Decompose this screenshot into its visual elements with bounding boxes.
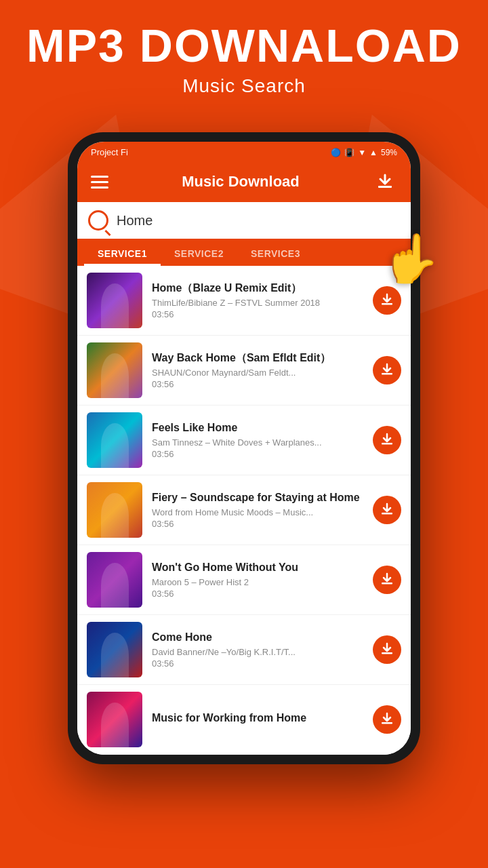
song-duration: 03:56 bbox=[152, 589, 363, 599]
song-artist: David Banner/Ne –Yo/Big K.R.I.T/T... bbox=[152, 647, 363, 657]
download-icon bbox=[380, 433, 394, 448]
download-icon bbox=[380, 293, 394, 309]
song-title: Home（Blaze U Remix Edit） bbox=[152, 281, 363, 296]
song-duration: 03:56 bbox=[152, 658, 363, 669]
song-item: Home（Blaze U Remix Edit） ThimLife/Bibian… bbox=[77, 266, 411, 336]
song-info: Home（Blaze U Remix Edit） ThimLife/Bibian… bbox=[152, 281, 363, 320]
cursor-hand-icon: 👆 bbox=[382, 231, 441, 286]
song-title: Won't Go Home Without You bbox=[152, 561, 363, 575]
song-list: Home（Blaze U Remix Edit） ThimLife/Bibian… bbox=[77, 266, 411, 755]
song-title: Way Back Home（Sam Efldt Edit） bbox=[152, 351, 363, 366]
phone-frame: Project Fi 🔵 📳 ▼ ▲ 59% Music Download bbox=[68, 132, 420, 764]
song-artist: Maroon 5 – Power Hist 2 bbox=[152, 577, 363, 587]
song-duration: 03:56 bbox=[152, 309, 363, 319]
tab-service2[interactable]: SERVICE2 bbox=[161, 239, 237, 266]
app-bar: Music Download bbox=[77, 161, 411, 202]
download-header-button[interactable] bbox=[373, 170, 397, 194]
song-duration: 03:56 bbox=[152, 449, 363, 459]
header-subtitle: Music Search bbox=[0, 75, 488, 97]
vibrate-icon: 📳 bbox=[344, 148, 354, 157]
svg-rect-0 bbox=[378, 186, 392, 188]
battery-text: 59% bbox=[381, 148, 397, 157]
phone-wrapper: Project Fi 🔵 📳 ▼ ▲ 59% Music Download bbox=[68, 132, 420, 764]
song-title: Feels Like Home bbox=[152, 421, 363, 435]
song-item: Feels Like Home Sam Tinnesz – White Dove… bbox=[77, 406, 411, 475]
song-download-button[interactable] bbox=[373, 426, 401, 454]
search-bar[interactable]: Home bbox=[77, 202, 411, 239]
song-artist: ThimLife/Bibiane Z – FSTVL Summer 2018 bbox=[152, 298, 363, 308]
carrier-text: Project Fi bbox=[91, 147, 128, 157]
header-section: MP3 DOWNALOAD Music Search bbox=[0, 0, 488, 97]
song-item: Way Back Home（Sam Efldt Edit） SHAUN/Cono… bbox=[77, 336, 411, 406]
song-artist: Sam Tinnesz – White Doves + Warplanes... bbox=[152, 437, 363, 448]
song-download-button[interactable] bbox=[373, 496, 401, 524]
song-info: Come Hone David Banner/Ne –Yo/Big K.R.I.… bbox=[152, 631, 363, 669]
tab-service3[interactable]: SERVICE3 bbox=[237, 239, 314, 266]
song-duration: 03:56 bbox=[152, 379, 363, 389]
song-artist: Word from Home Music Moods – Music... bbox=[152, 507, 363, 517]
wifi-icon: ▼ bbox=[358, 148, 366, 157]
song-artist: SHAUN/Conor Maynard/Sam Feldt... bbox=[152, 368, 363, 378]
song-thumbnail bbox=[87, 412, 142, 468]
song-title: Come Hone bbox=[152, 631, 363, 645]
download-icon bbox=[380, 572, 394, 588]
song-download-button[interactable] bbox=[373, 566, 401, 594]
svg-rect-4 bbox=[382, 513, 392, 515]
song-download-button[interactable] bbox=[373, 635, 401, 664]
svg-rect-5 bbox=[382, 583, 392, 585]
tab-service1[interactable]: SERVICE1 bbox=[84, 239, 161, 266]
status-icons: 🔵 📳 ▼ ▲ 59% bbox=[331, 148, 397, 157]
download-icon bbox=[380, 712, 394, 728]
song-info: Music for Working from Home bbox=[152, 711, 363, 728]
song-item: Come Hone David Banner/Ne –Yo/Big K.R.I.… bbox=[77, 615, 411, 685]
song-thumbnail bbox=[87, 552, 142, 608]
svg-rect-2 bbox=[382, 373, 392, 375]
song-thumbnail bbox=[87, 273, 142, 328]
song-info: Won't Go Home Without You Maroon 5 – Pow… bbox=[152, 561, 363, 599]
song-duration: 03:56 bbox=[152, 519, 363, 529]
svg-rect-6 bbox=[382, 652, 392, 654]
svg-rect-3 bbox=[382, 443, 392, 445]
song-info: Fiery – Soundscape for Staying at Home W… bbox=[152, 491, 363, 530]
song-thumbnail bbox=[87, 622, 142, 677]
download-icon bbox=[380, 502, 394, 518]
search-icon bbox=[88, 210, 108, 231]
header-title: MP3 DOWNALOAD bbox=[0, 20, 488, 71]
signal-icon: ▲ bbox=[369, 148, 378, 157]
bluetooth-icon: 🔵 bbox=[331, 148, 341, 157]
tabs-bar: SERVICE1 SERVICE2 SERVICE3 bbox=[77, 239, 411, 266]
search-input[interactable]: Home bbox=[117, 213, 400, 229]
song-title: Music for Working from Home bbox=[152, 711, 363, 726]
app-title: Music Download bbox=[182, 173, 300, 191]
phone-screen: Project Fi 🔵 📳 ▼ ▲ 59% Music Download bbox=[77, 142, 411, 755]
song-info: Way Back Home（Sam Efldt Edit） SHAUN/Cono… bbox=[152, 351, 363, 390]
song-thumbnail bbox=[87, 692, 142, 747]
hamburger-menu-icon[interactable] bbox=[91, 176, 108, 189]
song-download-button[interactable] bbox=[373, 286, 401, 315]
song-download-button[interactable] bbox=[373, 356, 401, 384]
svg-rect-1 bbox=[382, 303, 392, 305]
svg-rect-7 bbox=[382, 722, 392, 724]
song-info: Feels Like Home Sam Tinnesz – White Dove… bbox=[152, 421, 363, 460]
song-thumbnail bbox=[87, 482, 142, 538]
song-item: Won't Go Home Without You Maroon 5 – Pow… bbox=[77, 545, 411, 615]
song-download-button[interactable] bbox=[373, 705, 401, 734]
status-bar: Project Fi 🔵 📳 ▼ ▲ 59% bbox=[77, 142, 411, 161]
download-icon bbox=[380, 642, 394, 658]
song-title: Fiery – Soundscape for Staying at Home bbox=[152, 491, 363, 505]
song-thumbnail bbox=[87, 342, 142, 398]
song-item: Music for Working from Home bbox=[77, 685, 411, 755]
song-item: Fiery – Soundscape for Staying at Home W… bbox=[77, 475, 411, 545]
download-icon bbox=[380, 363, 394, 378]
